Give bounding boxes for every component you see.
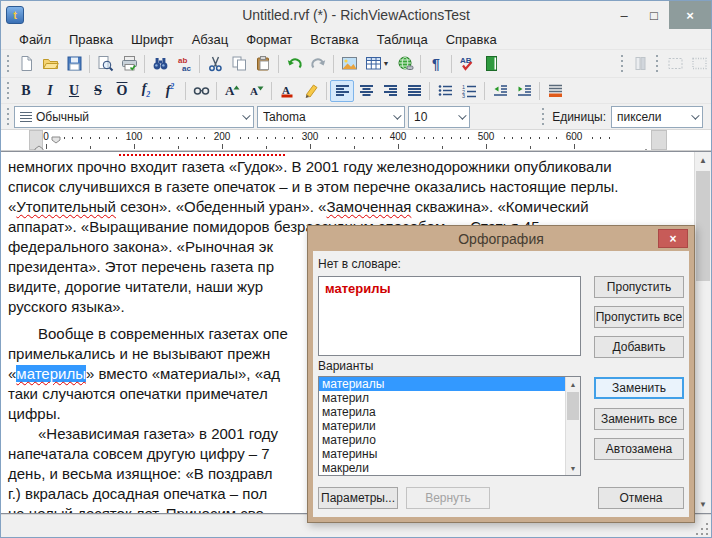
ruler-indent-marker[interactable] [641, 142, 651, 151]
spellcheck-button[interactable]: AB [455, 53, 479, 75]
insert-text-box-button[interactable] [663, 53, 687, 75]
scroll-up-arrow[interactable]: ▲ [566, 377, 580, 391]
suggestion-item[interactable]: материл [319, 391, 580, 405]
menu-item-1[interactable]: Правка [60, 30, 122, 49]
autocorrect-button[interactable]: Автозамена [594, 438, 684, 460]
document-line[interactable]: список случившихся в газете опечаток – и… [8, 177, 687, 197]
subscript-button[interactable]: f2 [134, 80, 158, 102]
menu-item-2[interactable]: Шрифт [122, 30, 183, 49]
copy-button[interactable] [227, 53, 251, 75]
insert-table-button[interactable]: ▼ [361, 53, 393, 75]
scroll-up-arrow[interactable]: ▲ [695, 152, 711, 169]
dialog-close-button[interactable]: × [658, 229, 688, 248]
skip-all-button[interactable]: Пропустить все [594, 306, 684, 328]
text-columns-button[interactable] [628, 53, 652, 75]
menu-item-0[interactable]: Файл [10, 30, 60, 49]
paste-button[interactable] [251, 53, 275, 75]
insert-frame-button[interactable] [687, 53, 711, 75]
skip-button[interactable]: Пропустить [594, 276, 684, 298]
misspelled-word-box[interactable]: материлы [318, 276, 581, 356]
italic-button[interactable]: I [38, 80, 62, 102]
decrease-indent-button[interactable] [488, 80, 512, 102]
maximize-button[interactable]: □ [639, 1, 669, 29]
thesaurus-button[interactable] [479, 53, 503, 75]
suggestions-list[interactable]: материалыматерилматериламатерилиматерило… [318, 376, 581, 476]
scrollbar-thumb[interactable] [567, 392, 579, 420]
menu-item-4[interactable]: Формат [237, 30, 301, 49]
dropdown-arrow-icon[interactable]: ▼ [383, 60, 390, 67]
open-folder-button[interactable] [38, 53, 62, 75]
replace-button[interactable]: Заменить [594, 377, 684, 399]
toolbar-grip[interactable] [654, 55, 661, 73]
print-button[interactable] [117, 53, 141, 75]
numbered-list-button[interactable]: 123 [457, 80, 481, 102]
shrink-font-button[interactable]: A [244, 80, 268, 102]
toolbar-grip[interactable] [5, 108, 12, 126]
style-combobox[interactable]: Обычный [14, 106, 254, 128]
chevron-down-icon[interactable] [686, 107, 702, 127]
vertical-scrollbar[interactable]: ▲ ▼ [694, 152, 711, 513]
print-preview-button[interactable] [93, 53, 117, 75]
horizontal-ruler[interactable]: 0100200300400500600 [1, 129, 711, 151]
grow-font-button[interactable]: A [220, 80, 244, 102]
scroll-down-arrow[interactable]: ▼ [695, 496, 711, 513]
font-size-combobox[interactable]: 10 [408, 106, 470, 128]
cancel-button[interactable]: Отмена [598, 487, 684, 509]
overline-button[interactable]: O [110, 80, 134, 102]
increase-indent-button[interactable] [512, 80, 536, 102]
toolbar-grip[interactable] [619, 55, 626, 73]
add-button[interactable]: Добавить [594, 336, 684, 358]
suggestion-item[interactable]: материло [319, 433, 580, 447]
character-spacing-button[interactable] [189, 80, 213, 102]
insert-hyperlink-button[interactable] [393, 53, 417, 75]
align-justify-button[interactable] [402, 80, 426, 102]
suggestion-item[interactable]: материалы [319, 377, 580, 391]
chevron-down-icon[interactable] [453, 107, 469, 127]
bold-button[interactable]: B [14, 80, 38, 102]
align-center-button[interactable] [354, 80, 378, 102]
suggestion-item[interactable]: макрели [319, 461, 580, 475]
strikethrough-button[interactable]: S [86, 80, 110, 102]
scroll-down-arrow[interactable]: ▼ [566, 461, 580, 475]
redo-button[interactable] [306, 53, 330, 75]
paragraph-marks-button[interactable]: ¶ [424, 53, 448, 75]
chevron-down-icon[interactable] [237, 107, 253, 127]
font-combobox[interactable]: Tahoma [257, 106, 405, 128]
underline-button[interactable]: U [62, 80, 86, 102]
toolbar-grip[interactable] [5, 55, 12, 73]
document-line[interactable]: «Утопительный сезон». «Обеденный уран». … [8, 197, 687, 217]
bullet-list-button[interactable] [433, 80, 457, 102]
insert-image-button[interactable] [337, 53, 361, 75]
menu-item-6[interactable]: Таблица [368, 30, 437, 49]
suggestion-item[interactable]: материла [319, 405, 580, 419]
minimize-button[interactable]: – [609, 1, 639, 29]
toolbar-grip[interactable] [5, 82, 12, 100]
toolbar-grip[interactable] [540, 108, 547, 126]
options-button[interactable]: Параметры... [318, 487, 398, 509]
ruler-indent-marker[interactable] [51, 130, 61, 148]
suggestions-scrollbar[interactable]: ▲ ▼ [565, 377, 580, 475]
align-left-button[interactable] [330, 80, 354, 102]
paragraph-color-button[interactable] [543, 80, 567, 102]
units-combobox[interactable]: пиксели [611, 106, 703, 128]
ruler-indent-marker[interactable] [34, 141, 44, 151]
text-highlight-button[interactable] [299, 80, 323, 102]
cut-button[interactable] [203, 53, 227, 75]
new-document-button[interactable] [14, 53, 38, 75]
chevron-down-icon[interactable] [388, 107, 404, 127]
dialog-title-bar[interactable]: Орфография × [313, 226, 689, 251]
superscript-button[interactable]: f2 [158, 80, 182, 102]
close-button[interactable]: × [669, 1, 711, 29]
undo-button[interactable] [282, 53, 306, 75]
resize-grip[interactable] [696, 522, 709, 535]
undo-last-button[interactable]: Вернуть [406, 487, 490, 509]
document-line[interactable]: немногих прочно входит газета «Гудок». В… [8, 157, 687, 177]
suggestion-item[interactable]: материли [319, 419, 580, 433]
find-button[interactable] [148, 53, 172, 75]
menu-item-7[interactable]: Справка [437, 30, 506, 49]
save-button[interactable] [62, 53, 86, 75]
menu-item-5[interactable]: Вставка [301, 30, 367, 49]
font-color-button[interactable]: A [275, 80, 299, 102]
menu-item-3[interactable]: Абзац [183, 30, 237, 49]
replace-all-button[interactable]: Заменить все [594, 408, 684, 430]
